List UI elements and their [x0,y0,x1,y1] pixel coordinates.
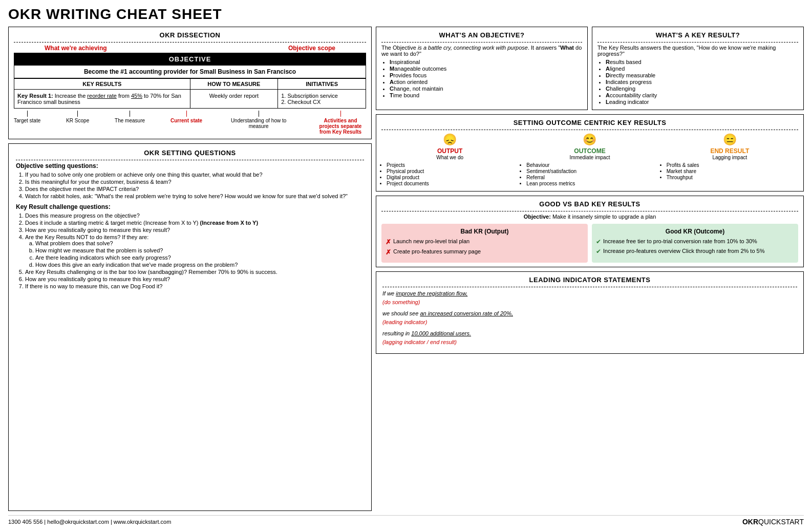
kr-b3: Directly measurable [606,72,798,78]
end-result-sublabel: Lagging impact [661,155,798,160]
questions-section: OKR SETTING QUESTIONS Objective setting … [8,143,372,511]
kr-annotations: Target state KR Scope The measure Curren… [14,109,366,135]
table-row: Key Result 1: Increase the reorder rate … [14,90,366,109]
left-column: OKR DISSECTION What we're achieving Obje… [8,27,372,511]
whats-objective-bullets: Inspirational Manageable outcomes Provid… [390,59,582,98]
obj-b3: Provides focus [390,72,582,78]
kr-q4-sublist: What problem does that solve? How might … [35,240,364,268]
out-b4: Project documents [387,181,518,186]
kr-q4: Are the Key Results NOT to do items? If … [25,234,364,268]
obj-q3: Does the objective meet the IMPACT crite… [25,186,364,192]
right-column: WHAT'S AN OBJECTIVE? The Objective is a … [376,27,804,511]
output-sublabel: What we do [381,155,518,160]
initiative-1: 1. Subscription service [281,93,362,99]
outcome-grid: 😞 OUTPUT What we do Projects Physical pr… [381,133,798,187]
bad-kr-box: Bad KR (Output) ✗ Launch new pro-level t… [381,224,588,263]
outcome-label: OUTCOME [521,147,658,155]
x-icon-1: ✗ [386,238,391,246]
kr-b7: Leading indicator [606,99,798,105]
oc-b1: Behaviour [526,162,658,168]
kr-b6: Accountability clarity [606,92,798,98]
whats-kr-intro: The Key Results answers the question, "H… [597,45,798,57]
out-b1: Projects [387,162,518,168]
ann-current: Current state [170,111,202,135]
kr-q3: How are you realistically going to measu… [25,227,364,233]
ann-how: Understanding of how to measure [228,111,289,135]
obj-subtitle: Objective setting questions: [16,162,364,169]
leading-line3: resulting in 10,000 additional users. (l… [382,329,797,346]
right-top-row: WHAT'S AN OBJECTIVE? The Objective is a … [376,27,804,110]
kr-table: KEY RESULTS HOW TO MEASURE INITIATIVES K… [14,78,366,109]
end-b2: Market share [667,168,798,174]
obj-q2: Is this meaningful for your the customer… [25,179,364,185]
footer-contact: 1300 405 556 | hello@okrquickstart.com |… [8,519,171,525]
obj-q1: If you had to solve only one problem or … [25,172,364,178]
questions-title: OKR SETTING QUESTIONS [16,149,364,157]
outcome-col: 😊 OUTCOME Immediate impact Behaviour Sen… [521,133,658,187]
outcome-icon: 😊 [521,133,658,146]
out-b3: Digital product [387,175,518,180]
kr-q5: Are Key Results challenging or is the ba… [25,269,364,275]
end-result-label: END RESULT [661,147,798,155]
oc-b3: Referral [526,175,658,180]
whats-objective-title: WHAT'S AN OBJECTIVE? [381,31,582,39]
kr-q7: If there is no way to measure this, can … [25,283,364,289]
kr-q4a: What problem does that solve? [35,240,364,246]
leading-section: LEADING INDICATOR STATEMENTS If we impro… [376,271,804,354]
kr1-initiatives: 1. Subscription service 2. Checkout CX [278,90,366,109]
kr-q4c: Are there leading indicators which see e… [35,254,364,261]
whats-kr-bullets: Results based Aligned Directly measurabl… [606,59,798,105]
check-icon-1: ✔ [596,238,601,245]
bad-kr-title: Bad KR (Output) [386,228,584,235]
ann-measure: The measure [115,111,145,135]
achieving-label: What we're achieving [45,45,107,52]
good-bad-section: GOOD VS BAD KEY RESULTS Objective: Make … [376,196,804,267]
kr-q4d: How does this give an early indication t… [35,262,364,268]
out-b2: Physical product [387,168,518,174]
end-result-icon: 😑 [661,133,798,146]
kr-b4: Indicates progress [606,79,798,85]
kr1-text: Key Result 1: Increase the reorder rate … [14,90,190,109]
objective-text: Become the #1 accounting provider for Sm… [14,66,366,78]
leading-line1: If we improve the registration flow, (do… [382,289,797,306]
initiative-2: 2. Checkout CX [281,99,362,105]
ann-activities: Activities and projects separate from Ke… [315,111,366,135]
scope-label: Objective scope [288,45,335,52]
main-title: OKR WRITING CHEAT SHEET [8,6,804,23]
logo-quick-text: QUICKSTART [758,518,804,526]
output-label: OUTPUT [381,147,518,155]
whats-kr-title: WHAT'S A KEY RESULT? [597,31,798,39]
whats-kr-section: WHAT'S A KEY RESULT? The Key Results ans… [592,27,804,110]
kr-q6: How are you realistically going to measu… [25,276,364,282]
kr-b1: Results based [606,59,798,65]
x-icon-2: ✗ [386,248,391,256]
output-col: 😞 OUTPUT What we do Projects Physical pr… [381,133,518,187]
obj-questions-list: If you had to solve only one problem or … [25,172,364,199]
outcome-title: SETTING OUTCOME CENTRIC KEY RESULTS [381,119,798,126]
end-bullets: Profits & sales Market share Throughput [667,162,798,180]
good-bad-title: GOOD VS BAD KEY RESULTS [381,200,798,208]
leading-line2: we should see an increased conversion ra… [382,309,797,326]
end-result-col: 😑 END RESULT Lagging impact Profits & sa… [661,133,798,187]
leading-title: LEADING INDICATOR STATEMENTS [382,276,797,284]
ann-target: Target state [14,111,40,135]
measure-header: HOW TO MEASURE [190,79,278,90]
footer: 1300 405 556 | hello@okrquickstart.com |… [8,515,804,526]
kr-questions-list: Does this measure progress on the object… [25,212,364,289]
end-b3: Throughput [667,175,798,180]
good-kr-box: Good KR (Outcome) ✔ Increase free tier t… [592,224,798,263]
dissection-labels-row: What we're achieving Objective scope [14,45,366,52]
good-kr-title: Good KR (Outcome) [596,228,794,235]
kr-q4b: How might we measure that the problem is… [35,247,364,253]
good-bad-objective: Objective: Make it insanely simple to up… [381,214,798,220]
obj-b2: Manageable outcomes [390,66,582,72]
ann-kr-scope: KR Scope [66,111,89,135]
kr-q1: Does this measure progress on the object… [25,212,364,219]
initiatives-header: INITIATIVES [278,79,366,90]
bad-item-2: ✗ Create pro-features summary page [386,248,584,256]
output-icon: 😞 [381,133,518,146]
footer-logo: OKRQUICKSTART [742,518,804,526]
obj-b5: Change, not maintain [390,86,582,92]
kr1-measure: Weekly order report [190,90,278,109]
kr-b2: Aligned [606,66,798,72]
